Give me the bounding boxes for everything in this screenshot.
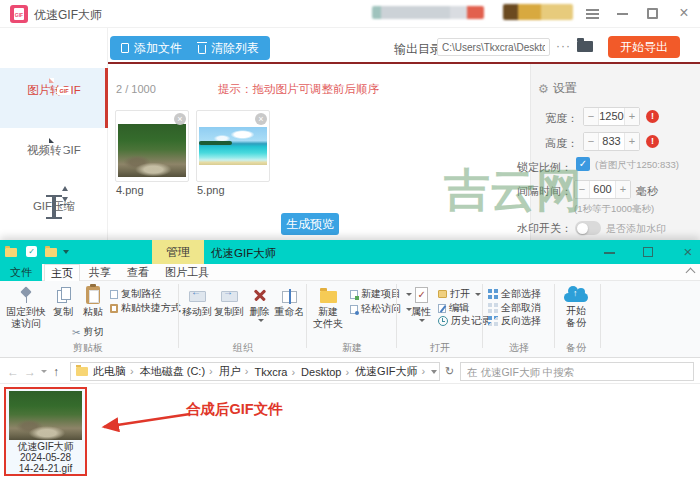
move-to-icon [189, 289, 205, 302]
beach-image-thumbnail [199, 127, 267, 165]
maximize-icon[interactable] [647, 8, 658, 19]
interval-stepper[interactable]: − 600 + [574, 180, 631, 199]
height-stepper[interactable]: − 833 + [583, 132, 640, 151]
menu-icon[interactable] [586, 9, 599, 19]
open-icon [438, 290, 447, 298]
explorer-close-icon[interactable] [680, 242, 696, 262]
height-label: 高度： [542, 136, 578, 151]
quick-access-folder-icon[interactable] [5, 248, 17, 257]
open-folder-icon[interactable] [577, 41, 593, 52]
address-dropdown-icon[interactable] [431, 370, 437, 374]
sidebar-item-label: 视频转GIF [0, 143, 108, 158]
sidebar-item-video-to-gif[interactable]: 视频转GIF [0, 134, 108, 192]
decrement-button[interactable]: − [584, 108, 599, 125]
select-all-button[interactable]: 全部选择 [488, 287, 541, 301]
invert-selection-button[interactable]: 反向选择 [488, 314, 541, 328]
properties-button[interactable]: 属性 [406, 285, 436, 322]
history-clock-icon [438, 316, 448, 326]
browse-more-button[interactable]: ··· [556, 39, 571, 53]
sidebar-item-image-to-gif[interactable]: 图片转GIF [0, 68, 108, 128]
address-box[interactable]: 此电脑 本地磁盘 (C:) 用户 Tkxcra Desktop 优速GIF大师 [70, 362, 440, 381]
document-icon [121, 43, 129, 53]
select-none-button[interactable]: 全部取消 [488, 301, 541, 315]
quick-access-newfolder-icon[interactable] [45, 248, 57, 257]
refresh-icon[interactable] [445, 365, 454, 378]
ribbon-tabs: 文件 主页 共享 查看 图片工具 [0, 264, 700, 281]
history-button[interactable]: 历史记录 [438, 314, 491, 328]
breadcrumb-users[interactable]: 用户 [219, 364, 253, 379]
annotation-label: 合成后GIF文件 [186, 400, 283, 419]
increment-button[interactable]: + [624, 108, 639, 125]
manage-contextual-tab[interactable]: 管理 [152, 240, 204, 264]
breadcrumb-this-pc[interactable]: 此电脑 [93, 364, 138, 379]
settings-title: 设置 [553, 80, 577, 97]
gif-file-item[interactable]: 优速GIF大师 2024-05-28 14-24-21.gif [4, 387, 87, 476]
clear-list-button[interactable]: 清除列表 [198, 40, 259, 57]
minimize-icon[interactable] [617, 13, 628, 15]
copy-button[interactable]: 复制 [48, 285, 78, 317]
app-titlebar: 优速GIF大师 [0, 0, 700, 28]
start-export-button[interactable]: 开始导出 [608, 36, 680, 58]
width-stepper[interactable]: − 1250 + [583, 107, 640, 126]
breadcrumb-drive-c[interactable]: 本地磁盘 (C:) [140, 364, 217, 379]
group-label-clipboard: 剪贴板 [0, 341, 176, 355]
forward-icon[interactable] [24, 365, 36, 379]
tab-share[interactable]: 共享 [82, 264, 118, 281]
chevron-down-icon [475, 293, 481, 296]
cut-button[interactable]: 剪切 [72, 325, 103, 339]
start-backup-button[interactable]: 开始 备份 [556, 284, 596, 328]
close-icon[interactable] [676, 3, 692, 23]
edit-button[interactable]: 编辑 [438, 301, 469, 315]
tab-file[interactable]: 文件 [0, 264, 42, 281]
up-icon[interactable] [53, 365, 59, 379]
back-icon[interactable] [7, 365, 19, 379]
add-file-button[interactable]: 添加文件 [121, 40, 182, 57]
screenshot-root: 优速GIF大师 添加文件 清除列表 输出目录： ··· 开始导出 图片转GIF … [0, 0, 700, 500]
image-thumbnail-card[interactable] [115, 110, 189, 182]
remove-image-icon[interactable] [255, 113, 267, 125]
lock-ratio-hint: (首图尺寸1250:833) [595, 159, 679, 172]
clear-list-label: 清除列表 [211, 40, 259, 57]
decrement-button[interactable]: − [584, 133, 599, 150]
tab-picture-tools[interactable]: 图片工具 [158, 264, 216, 281]
watermark-switch-label: 水印开关： [514, 221, 572, 236]
paste-shortcut-button[interactable]: 粘贴快捷方式 [110, 301, 181, 315]
recent-locations-icon[interactable] [41, 370, 47, 373]
search-input[interactable] [460, 362, 694, 381]
breadcrumb-desktop[interactable]: Desktop [301, 366, 353, 378]
tab-home[interactable]: 主页 [44, 264, 80, 281]
remove-image-icon[interactable] [174, 113, 186, 125]
move-to-button[interactable]: 移动到 [182, 285, 212, 317]
quick-access-properties-icon[interactable] [26, 246, 37, 257]
delete-button[interactable]: 删除 [246, 285, 273, 322]
increment-button[interactable]: + [615, 181, 630, 198]
easy-access-button[interactable]: 轻松访问 [350, 302, 412, 316]
thumbnail-filename: 4.png [116, 184, 144, 196]
new-folder-button[interactable]: 新建 文件夹 [310, 285, 346, 329]
tab-view[interactable]: 查看 [120, 264, 156, 281]
height-value: 833 [599, 133, 624, 150]
open-button[interactable]: 打开 [438, 287, 481, 301]
increment-button[interactable]: + [624, 133, 639, 150]
generate-preview-button[interactable]: 生成预览 [281, 213, 339, 235]
new-item-button[interactable]: 新建项目 [350, 287, 412, 301]
copy-path-button[interactable]: 复制路径 [110, 287, 161, 301]
paste-button[interactable]: 粘贴 [79, 285, 107, 317]
explorer-minimize-icon[interactable] [604, 252, 615, 254]
breadcrumb-user[interactable]: Tkxcra [254, 366, 299, 378]
pin-to-quick-access-button[interactable]: 固定到快 速访问 [4, 285, 48, 329]
breadcrumb-current-folder[interactable]: 优速GIF大师 [355, 364, 429, 379]
gif-page-glyph [14, 8, 24, 20]
explorer-maximize-icon[interactable] [643, 247, 653, 257]
sidebar: 图片转GIF 视频转GIF GIF压缩 [0, 28, 108, 240]
group-label-organize: 组织 [180, 341, 306, 355]
trash-icon [198, 45, 206, 54]
output-dir-input[interactable] [437, 38, 550, 56]
image-thumbnail-card[interactable] [196, 110, 270, 182]
interval-unit: 毫秒 [636, 184, 658, 199]
quick-access-dropdown-icon[interactable] [63, 250, 69, 254]
watermark-toggle[interactable] [575, 221, 601, 235]
app-logo-icon [10, 5, 28, 23]
rename-button[interactable]: 重命名 [274, 285, 305, 317]
copy-to-button[interactable]: 复制到 [214, 285, 244, 317]
